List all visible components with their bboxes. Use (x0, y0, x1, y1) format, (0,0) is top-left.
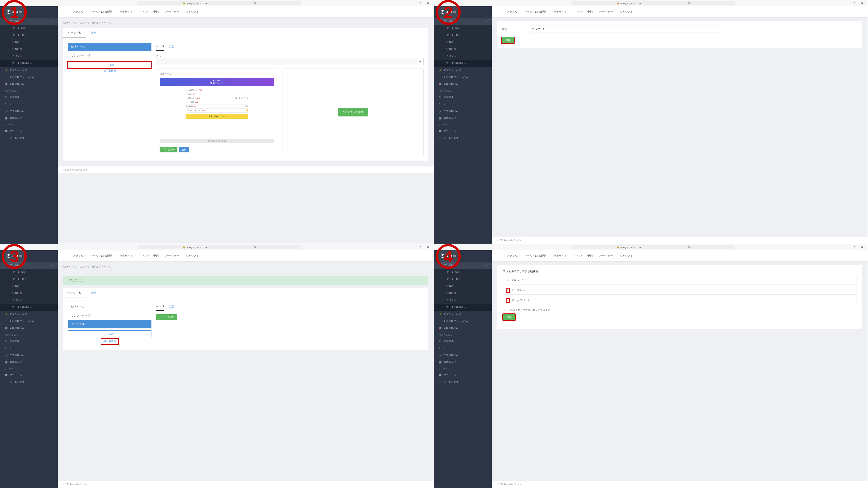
topbar: ファネル メール・LINE配信 会員サイト イベント・予約 パートナー AIアシ… (492, 6, 868, 18)
nav-ad[interactable]: 📢広告連携設定 (0, 81, 58, 88)
nav-sub[interactable]: 登録経路 (0, 46, 58, 53)
nav-sub[interactable]: コメント (0, 53, 58, 60)
nav-manual[interactable]: 📖マニュアル (0, 127, 58, 134)
page-item[interactable]: 決済ページ (68, 43, 151, 51)
browser-toolbar: ‹› 🔒utage-system.com↻ ⇧+▣ (0, 244, 434, 250)
browser-toolbar: ‹› 🔒utage-system.com↻ ⇧+▣ (0, 0, 434, 6)
save-button[interactable]: 保存 (502, 37, 514, 43)
page-item[interactable]: 決済ページ (68, 303, 151, 311)
topnav-item[interactable]: イベント・予約 (140, 10, 159, 14)
more-icon[interactable]: ⋮ (271, 148, 274, 152)
ab-test-button[interactable]: A/Bテストを作成 (338, 108, 368, 117)
share-icon[interactable]: ⇧ (853, 2, 855, 4)
sidebar: UTAGE ▽ファネル▾ データ(合算) データ(日別) 登録者 登録経路 コメ… (0, 6, 58, 244)
book-icon: 📖 (4, 129, 8, 133)
tab-analysis[interactable]: 分析 (86, 288, 100, 298)
topnav-item[interactable]: ファネル (72, 10, 84, 14)
topbar: ファネル メール・LINE配信 会員サイト イベント・予約 パートナー AIアシ… (58, 6, 434, 18)
drag-icon[interactable]: ⇅ (506, 299, 509, 302)
step-badge-4: 4 (436, 244, 461, 269)
nav-form[interactable]: ☰外部連携フォーム設定 (0, 74, 58, 81)
yen-icon: ¥ (4, 103, 8, 106)
share-icon[interactable]: ⇧ (419, 2, 421, 4)
preview-button[interactable]: プレビュー (160, 147, 178, 152)
step-badge-2: 2 (436, 0, 461, 25)
hamburger-icon[interactable] (496, 11, 500, 13)
nav-action[interactable]: ⚡アクション設定 (0, 67, 58, 74)
sidebar-collapse[interactable]: ‹ (434, 237, 492, 244)
drag-icon[interactable]: ⇅ (506, 279, 508, 281)
browser-toolbar: ‹› 🔒utage-system.com↻ ⇧+▣ (434, 0, 868, 6)
question-icon: ? (4, 136, 8, 140)
form-icon: ☰ (4, 76, 8, 79)
edit-button[interactable]: 編集 (179, 147, 189, 152)
name-label: 名前 (502, 27, 520, 31)
tabs-icon[interactable]: ▣ (427, 2, 429, 4)
plus-icon[interactable]: + (423, 2, 425, 4)
nav-sub[interactable]: データ(日別) (0, 32, 58, 39)
order-item[interactable]: ⇅決済ページ (503, 276, 857, 284)
nav-sub[interactable]: 登録者 (0, 39, 58, 46)
order-item[interactable]: ⇅サンクスページ (503, 296, 857, 305)
right-tab-settings[interactable]: 設定 (168, 303, 174, 311)
name-input[interactable] (529, 26, 721, 33)
url-bar[interactable]: 🔒utage-system.com↻ (137, 1, 301, 5)
tab-page-list[interactable]: ページ一覧 (63, 288, 86, 298)
page-item[interactable]: サンクスページ (68, 51, 151, 60)
nav-payment[interactable]: 🔗決済連携設定 (0, 108, 58, 115)
flash-message: 追加しました。 (63, 276, 428, 285)
sidebar-collapse[interactable]: ‹ (0, 237, 58, 244)
nav-business[interactable]: 🏢事業者設定 (0, 115, 58, 122)
nav-faq[interactable]: ?よくある質問 (0, 134, 58, 142)
topnav-item[interactable]: 会員サイト (119, 10, 133, 14)
tab-page-list[interactable]: ページ一覧 (63, 28, 86, 38)
lock-icon: 🔒 (183, 2, 186, 4)
nav-sub[interactable]: ファネル共通設定 (0, 60, 58, 67)
footer: © 2025 Fountain Co., Ltd. (58, 166, 434, 173)
tabs-icon[interactable]: ▣ (861, 2, 863, 4)
order-item[interactable]: ⇅アップセル (503, 286, 857, 295)
copy-icon[interactable]: ⧉ (417, 58, 424, 65)
order-change-link[interactable]: 表示順変更 (102, 67, 118, 74)
window-1: 1 ‹› 🔒utage-system.com↻ ⇧+▣ UTAGE ▽ファネル▾… (0, 0, 434, 244)
hamburger-icon[interactable] (62, 11, 66, 13)
save-button[interactable]: 保存 (503, 314, 515, 320)
megaphone-icon: 📢 (4, 83, 8, 86)
nav-sub[interactable]: データ(合算) (0, 25, 58, 32)
reload-icon[interactable]: ↻ (688, 2, 690, 4)
sidebar: UTAGE ▽ファネル▾ データ(合算) データ(日別) 登録者 登録経路 コメ… (0, 250, 58, 488)
page-preview: ●LOGO決済フォーム メールアドレス 必須 お名前 必須 お支払い方法 必須●… (160, 78, 274, 143)
sidebar: UTAGE ▽ファネル▾ データ(合算) データ(日別) 登録者 登録経路 コメ… (434, 6, 492, 244)
right-tab-page[interactable]: ページ (156, 43, 164, 51)
add-page-content-button[interactable]: ＋ ページ追加 (156, 314, 177, 320)
bolt-icon: ⚡ (4, 69, 8, 72)
url-label: URL (156, 54, 424, 57)
page-item[interactable]: サンクスページ (68, 311, 151, 320)
add-page-button[interactable]: ＋ 追加 (68, 330, 151, 337)
tab-analysis[interactable]: 分析 (86, 28, 100, 38)
building-icon: 🏢 (4, 117, 8, 120)
plus-icon[interactable]: + (857, 2, 859, 4)
page-item[interactable]: アップセル (68, 320, 151, 329)
step-badge-3: 3 (2, 244, 27, 269)
right-tab-page[interactable]: ページ (156, 303, 164, 311)
url-input[interactable] (156, 58, 417, 65)
nav-sales[interactable]: ¥売上› (0, 101, 58, 108)
order-change-link[interactable]: 表示順変更 (101, 339, 118, 344)
nav-products[interactable]: 🛍商品管理 (0, 94, 58, 101)
reload-icon[interactable]: ↻ (254, 2, 256, 4)
right-tab-settings[interactable]: 設定 (168, 43, 174, 51)
nav-section: サポート (0, 122, 58, 127)
order-title: ファネルステップ表示順変更 (497, 265, 862, 276)
footer: © 2025 Fountain Co., Ltd. (492, 237, 868, 244)
step-badge-1: 1 (2, 0, 27, 25)
link-icon: 🔗 (4, 110, 8, 113)
topnav-item[interactable]: AIアシスト (186, 10, 199, 14)
url-bar[interactable]: 🔒utage-system.com↻ (571, 1, 735, 5)
content-tabs: ページ一覧 分析 (63, 28, 428, 38)
order-help: ドラッグ＆ドロップで並べ替えができます (497, 306, 862, 314)
topnav-item[interactable]: メール・LINE配信 (90, 10, 113, 14)
drag-icon[interactable]: ⇅ (506, 288, 509, 292)
window-2: 2 ‹› 🔒utage-system.com↻ ⇧+▣ UTAGE ▽ファネル▾… (434, 0, 868, 244)
topnav-item[interactable]: パートナー (165, 10, 179, 14)
